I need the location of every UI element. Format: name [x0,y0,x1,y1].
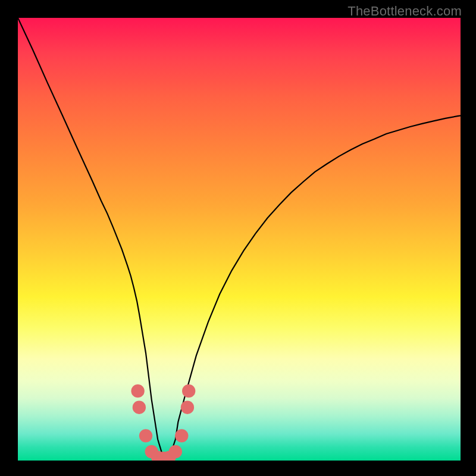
watermark-text: TheBottleneck.com [347,4,462,19]
data-marker [181,401,194,414]
data-marker [139,429,152,442]
bottleneck-curve [18,18,461,458]
data-marker [169,445,182,458]
data-marker [175,429,188,442]
data-marker [131,384,144,397]
data-markers [131,384,195,461]
plot-area [18,18,461,461]
chart-svg [18,18,461,461]
data-marker [182,384,195,397]
data-marker [133,401,146,414]
